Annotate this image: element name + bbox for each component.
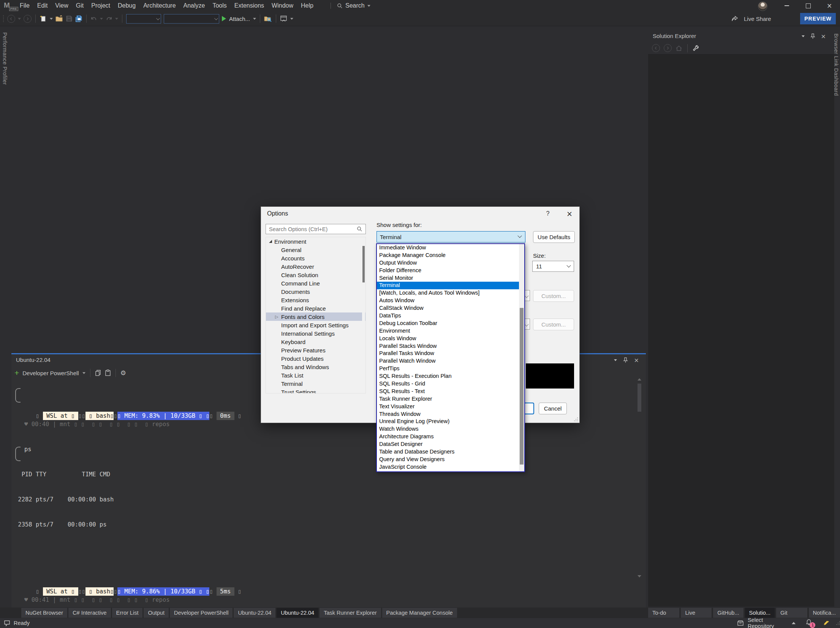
shell-selector[interactable]: Developer PowerShell <box>22 370 79 376</box>
close-button[interactable]: × <box>819 0 840 11</box>
wrench-icon[interactable] <box>693 45 699 51</box>
menu-item[interactable]: Debug <box>114 0 139 11</box>
tree-scrollbar[interactable] <box>362 238 365 393</box>
dropdown-option[interactable]: Folder Difference <box>377 267 524 274</box>
window-position-icon[interactable] <box>614 359 617 361</box>
dropdown-option[interactable]: SQL Results - Grid <box>377 380 524 388</box>
options-tree-item[interactable]: ▷ Accounts <box>266 254 365 262</box>
panel-tab[interactable]: Notifica... <box>809 608 840 618</box>
dropdown-option[interactable]: DataSet Designer <box>377 441 524 448</box>
scroll-down-icon[interactable] <box>638 575 641 577</box>
open-folder-button[interactable] <box>55 15 63 22</box>
dialog-resize-grip-icon[interactable] <box>574 417 578 421</box>
dropdown-scrollbar[interactable] <box>519 244 524 471</box>
scrollbar-thumb[interactable] <box>362 246 365 282</box>
dropdown-option[interactable]: PerfTips <box>377 365 524 373</box>
menu-item[interactable]: Extensions <box>231 0 268 11</box>
dropdown-option[interactable]: Query and View Designers <box>377 456 524 463</box>
dropdown-option[interactable]: JavaScript Console <box>377 463 524 471</box>
options-tree-item[interactable]: ▷ Tabs and Windows <box>266 363 365 371</box>
performance-profiler-side-tab[interactable]: Performance Profiler <box>2 32 8 85</box>
search-menu[interactable]: Search <box>337 2 370 9</box>
scroll-up-icon[interactable] <box>638 378 641 381</box>
panel-tab[interactable]: Developer PowerShell <box>170 608 233 618</box>
redo-button[interactable] <box>106 16 112 22</box>
toolbar-overflow-icon[interactable] <box>290 18 293 20</box>
panel-tab[interactable]: Ubuntu-22.04 <box>234 608 275 618</box>
options-tree-item[interactable]: ▷ Find and Replace <box>266 304 365 312</box>
options-tree-item[interactable]: ▷ Keyboard <box>266 338 365 346</box>
menu-item[interactable]: Edit <box>33 0 52 11</box>
options-tree-item[interactable]: ▷ Trust Settings <box>266 388 365 393</box>
custom-foreground-button[interactable]: Custom... <box>533 290 574 302</box>
dropdown-option[interactable]: Terminal <box>377 282 524 289</box>
dropdown-option[interactable]: CallStack Window <box>377 304 524 312</box>
menu-item[interactable]: Architecture <box>139 0 179 11</box>
panel-tab[interactable]: To-do E... <box>648 608 679 618</box>
select-repository-button[interactable]: Select Repository <box>748 617 788 628</box>
new-file-dropdown-icon[interactable] <box>50 18 53 20</box>
custom-background-button[interactable]: Custom... <box>533 319 574 330</box>
resize-grip-icon[interactable] <box>836 621 840 625</box>
live-share-button[interactable]: Live Share <box>744 16 771 22</box>
menu-item[interactable]: Window <box>268 0 297 11</box>
options-tree-item[interactable]: ▷ Clean Solution <box>266 271 365 279</box>
save-all-button[interactable] <box>75 15 82 22</box>
panel-tab[interactable]: Live Sh... <box>681 608 712 618</box>
maximize-button[interactable] <box>797 0 819 11</box>
se-home-icon[interactable] <box>675 45 682 51</box>
show-settings-combobox[interactable]: Terminal <box>376 231 525 243</box>
options-tree-item[interactable]: ▷ General <box>266 246 365 254</box>
options-tree-item[interactable]: ▷ Preview Features <box>266 346 365 354</box>
options-tree-item[interactable]: ▷ Product Updates <box>266 354 365 363</box>
dropdown-option[interactable]: Autos Window <box>377 297 524 304</box>
solution-explorer-content[interactable] <box>648 55 834 607</box>
panel-tab[interactable]: Solutio... <box>745 608 775 618</box>
browser-home-button[interactable] <box>280 15 288 22</box>
redo-dropdown-icon[interactable] <box>115 18 118 20</box>
navigate-back-button[interactable] <box>7 15 15 23</box>
attach-button[interactable]: Attach... <box>222 16 256 22</box>
options-tree-item[interactable]: ▷ Documents <box>266 287 365 296</box>
solution-platforms-combobox[interactable] <box>164 14 219 24</box>
dropdown-option[interactable]: SQL Results - Execution Plan <box>377 373 524 380</box>
menu-item[interactable]: Help <box>297 0 317 11</box>
dropdown-option[interactable]: Watch Windows <box>377 425 524 433</box>
options-tree-item[interactable]: ▷ AutoRecover <box>266 262 365 271</box>
back-dropdown-icon[interactable] <box>18 18 21 20</box>
menu-item[interactable]: Project <box>87 0 114 11</box>
notifications-button[interactable]: 1 <box>805 619 813 627</box>
use-defaults-button[interactable]: Use Defaults <box>533 231 575 243</box>
se-back-button[interactable] <box>652 44 660 52</box>
pin-icon[interactable] <box>623 357 628 363</box>
feedback-pencil-icon[interactable] <box>823 620 829 626</box>
copy-icon[interactable] <box>95 370 101 376</box>
dropdown-option[interactable]: Parallel Tasks Window <box>377 350 524 357</box>
dropdown-option[interactable]: Unreal Engine Log (Preview) <box>377 418 524 425</box>
dropdown-option[interactable]: [Watch, Locals, and Autos Tool Windows] <box>377 289 524 297</box>
tree-node-environment[interactable]: Environment <box>266 237 365 246</box>
window-position-icon[interactable] <box>802 35 805 37</box>
dropdown-option[interactable]: Immediate Window <box>377 244 524 252</box>
options-tree-item[interactable]: ▷ Command Line <box>266 279 365 287</box>
new-terminal-icon[interactable]: + <box>14 369 19 377</box>
menu-item[interactable]: Analyze <box>180 0 209 11</box>
dropdown-option[interactable]: DataTips <box>377 312 524 320</box>
dropdown-option[interactable]: Threads Window <box>377 411 524 418</box>
dropdown-option[interactable]: Parallel Watch Window <box>377 357 524 365</box>
dropdown-option[interactable]: Serial Monitor <box>377 274 524 282</box>
options-tree-item[interactable]: ▷ Import and Export Settings <box>266 321 365 329</box>
options-tree-item[interactable]: ▷ Task List <box>266 371 365 379</box>
panel-tab[interactable]: C# Interactive <box>68 608 111 618</box>
size-combobox[interactable]: 11 <box>532 261 574 272</box>
dropdown-option[interactable]: Task Runner Explorer <box>377 395 524 403</box>
panel-tab[interactable]: Output <box>144 608 169 618</box>
options-tree-item[interactable]: ▷ International Settings <box>266 329 365 338</box>
options-tree-item[interactable]: ▷ Terminal <box>266 379 365 388</box>
terminal-scrollbar[interactable] <box>638 378 642 577</box>
dropdown-option[interactable]: Parallel Stacks Window <box>377 343 524 350</box>
close-panel-icon[interactable]: × <box>634 357 639 364</box>
undo-button[interactable] <box>90 16 97 22</box>
panel-tab[interactable]: Git Cha... <box>776 608 807 618</box>
menu-item[interactable]: View <box>51 0 72 11</box>
